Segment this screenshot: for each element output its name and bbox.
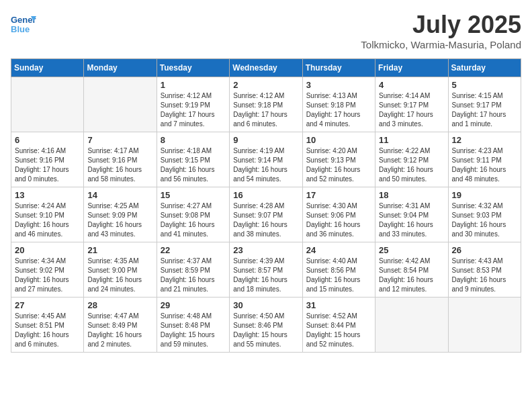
column-header-sunday: Sunday (11, 59, 84, 77)
day-info: Sunrise: 4:12 AMSunset: 9:19 PMDaylight:… (161, 91, 226, 129)
day-number: 28 (87, 300, 152, 310)
day-info: Sunrise: 4:50 AMSunset: 8:46 PMDaylight:… (233, 312, 298, 349)
day-number: 9 (233, 135, 298, 145)
logo-icon: General Blue (11, 11, 36, 36)
calendar-table: SundayMondayTuesdayWednesdayThursdayFrid… (11, 58, 521, 353)
title-block: July 2025 Tolkmicko, Warmia-Masuria, Pol… (361, 11, 521, 50)
page-header: General Blue July 2025 Tolkmicko, Warmia… (11, 11, 521, 50)
day-number: 10 (306, 135, 371, 145)
day-info: Sunrise: 4:24 AMSunset: 9:10 PMDaylight:… (15, 201, 80, 239)
calendar-cell (11, 77, 84, 132)
calendar-cell: 22Sunrise: 4:37 AMSunset: 8:59 PMDayligh… (157, 242, 229, 298)
calendar-cell: 3Sunrise: 4:13 AMSunset: 9:18 PMDaylight… (302, 77, 375, 132)
week-row-3: 13Sunrise: 4:24 AMSunset: 9:10 PMDayligh… (11, 187, 521, 242)
day-number: 8 (161, 135, 226, 145)
calendar-cell: 23Sunrise: 4:39 AMSunset: 8:57 PMDayligh… (230, 242, 302, 298)
day-number: 20 (15, 245, 80, 255)
week-row-2: 6Sunrise: 4:16 AMSunset: 9:16 PMDaylight… (11, 132, 521, 187)
calendar-cell: 8Sunrise: 4:18 AMSunset: 9:15 PMDaylight… (157, 132, 229, 187)
calendar-cell: 13Sunrise: 4:24 AMSunset: 9:10 PMDayligh… (11, 187, 84, 242)
calendar-cell: 12Sunrise: 4:23 AMSunset: 9:11 PMDayligh… (448, 132, 521, 187)
column-header-friday: Friday (375, 59, 448, 77)
day-number: 31 (306, 300, 371, 310)
calendar-cell: 2Sunrise: 4:12 AMSunset: 9:18 PMDaylight… (230, 77, 302, 132)
calendar-cell: 27Sunrise: 4:45 AMSunset: 8:51 PMDayligh… (11, 298, 84, 353)
calendar-cell: 24Sunrise: 4:40 AMSunset: 8:56 PMDayligh… (302, 242, 375, 298)
header-row: SundayMondayTuesdayWednesdayThursdayFrid… (11, 59, 521, 77)
day-info: Sunrise: 4:42 AMSunset: 8:54 PMDaylight:… (379, 257, 444, 294)
day-info: Sunrise: 4:23 AMSunset: 9:11 PMDaylight:… (452, 146, 517, 184)
day-info: Sunrise: 4:25 AMSunset: 9:09 PMDaylight:… (87, 201, 152, 239)
day-info: Sunrise: 4:17 AMSunset: 9:16 PMDaylight:… (87, 146, 152, 184)
calendar-cell: 1Sunrise: 4:12 AMSunset: 9:19 PMDaylight… (157, 77, 229, 132)
calendar-cell: 18Sunrise: 4:31 AMSunset: 9:04 PMDayligh… (375, 187, 448, 242)
day-number: 16 (233, 190, 298, 200)
calendar-cell: 7Sunrise: 4:17 AMSunset: 9:16 PMDaylight… (84, 132, 157, 187)
calendar-cell: 4Sunrise: 4:14 AMSunset: 9:17 PMDaylight… (375, 77, 448, 132)
calendar-cell: 11Sunrise: 4:22 AMSunset: 9:12 PMDayligh… (375, 132, 448, 187)
day-info: Sunrise: 4:52 AMSunset: 8:44 PMDaylight:… (306, 312, 371, 349)
column-header-thursday: Thursday (302, 59, 375, 77)
day-info: Sunrise: 4:13 AMSunset: 9:18 PMDaylight:… (306, 91, 371, 129)
day-number: 15 (161, 190, 226, 200)
day-number: 3 (306, 80, 371, 90)
calendar-cell: 31Sunrise: 4:52 AMSunset: 8:44 PMDayligh… (302, 298, 375, 353)
day-info: Sunrise: 4:48 AMSunset: 8:48 PMDaylight:… (161, 312, 226, 349)
day-info: Sunrise: 4:32 AMSunset: 9:03 PMDaylight:… (452, 201, 517, 239)
calendar-cell: 30Sunrise: 4:50 AMSunset: 8:46 PMDayligh… (230, 298, 302, 353)
calendar-cell: 26Sunrise: 4:43 AMSunset: 8:53 PMDayligh… (448, 242, 521, 298)
day-info: Sunrise: 4:34 AMSunset: 9:02 PMDaylight:… (15, 257, 80, 294)
calendar-cell: 20Sunrise: 4:34 AMSunset: 9:02 PMDayligh… (11, 242, 84, 298)
month-title: July 2025 (361, 11, 521, 39)
calendar-cell: 6Sunrise: 4:16 AMSunset: 9:16 PMDaylight… (11, 132, 84, 187)
calendar-cell: 15Sunrise: 4:27 AMSunset: 9:08 PMDayligh… (157, 187, 229, 242)
week-row-4: 20Sunrise: 4:34 AMSunset: 9:02 PMDayligh… (11, 242, 521, 298)
day-info: Sunrise: 4:16 AMSunset: 9:16 PMDaylight:… (15, 146, 80, 184)
day-info: Sunrise: 4:43 AMSunset: 8:53 PMDaylight:… (452, 257, 517, 294)
day-number: 11 (379, 135, 444, 145)
day-info: Sunrise: 4:28 AMSunset: 9:07 PMDaylight:… (233, 201, 298, 239)
calendar-cell: 19Sunrise: 4:32 AMSunset: 9:03 PMDayligh… (448, 187, 521, 242)
day-info: Sunrise: 4:31 AMSunset: 9:04 PMDaylight:… (379, 201, 444, 239)
day-number: 13 (15, 190, 80, 200)
column-header-saturday: Saturday (448, 59, 521, 77)
day-number: 29 (161, 300, 226, 310)
day-number: 12 (452, 135, 517, 145)
calendar-cell: 14Sunrise: 4:25 AMSunset: 9:09 PMDayligh… (84, 187, 157, 242)
calendar-cell: 16Sunrise: 4:28 AMSunset: 9:07 PMDayligh… (230, 187, 302, 242)
day-number: 23 (233, 245, 298, 255)
calendar-cell (448, 298, 521, 353)
day-number: 18 (379, 190, 444, 200)
day-number: 22 (161, 245, 226, 255)
day-number: 25 (379, 245, 444, 255)
day-number: 2 (233, 80, 298, 90)
week-row-5: 27Sunrise: 4:45 AMSunset: 8:51 PMDayligh… (11, 298, 521, 353)
day-info: Sunrise: 4:39 AMSunset: 8:57 PMDaylight:… (233, 257, 298, 294)
day-info: Sunrise: 4:27 AMSunset: 9:08 PMDaylight:… (161, 201, 226, 239)
calendar-cell: 29Sunrise: 4:48 AMSunset: 8:48 PMDayligh… (157, 298, 229, 353)
day-number: 27 (15, 300, 80, 310)
day-info: Sunrise: 4:37 AMSunset: 8:59 PMDaylight:… (161, 257, 226, 294)
day-info: Sunrise: 4:12 AMSunset: 9:18 PMDaylight:… (233, 91, 298, 129)
day-number: 1 (161, 80, 226, 90)
calendar-cell: 25Sunrise: 4:42 AMSunset: 8:54 PMDayligh… (375, 242, 448, 298)
day-number: 17 (306, 190, 371, 200)
calendar-cell: 10Sunrise: 4:20 AMSunset: 9:13 PMDayligh… (302, 132, 375, 187)
day-number: 24 (306, 245, 371, 255)
day-info: Sunrise: 4:15 AMSunset: 9:17 PMDaylight:… (452, 91, 517, 129)
day-info: Sunrise: 4:20 AMSunset: 9:13 PMDaylight:… (306, 146, 371, 184)
day-number: 4 (379, 80, 444, 90)
day-number: 30 (233, 300, 298, 310)
calendar-cell: 21Sunrise: 4:35 AMSunset: 9:00 PMDayligh… (84, 242, 157, 298)
calendar-cell (84, 77, 157, 132)
day-number: 19 (452, 190, 517, 200)
calendar-cell: 17Sunrise: 4:30 AMSunset: 9:06 PMDayligh… (302, 187, 375, 242)
column-header-monday: Monday (84, 59, 157, 77)
day-info: Sunrise: 4:40 AMSunset: 8:56 PMDaylight:… (306, 257, 371, 294)
logo: General Blue (11, 11, 39, 36)
day-number: 6 (15, 135, 80, 145)
day-info: Sunrise: 4:14 AMSunset: 9:17 PMDaylight:… (379, 91, 444, 129)
day-number: 21 (87, 245, 152, 255)
svg-text:Blue: Blue (11, 24, 30, 34)
column-header-wednesday: Wednesday (230, 59, 302, 77)
